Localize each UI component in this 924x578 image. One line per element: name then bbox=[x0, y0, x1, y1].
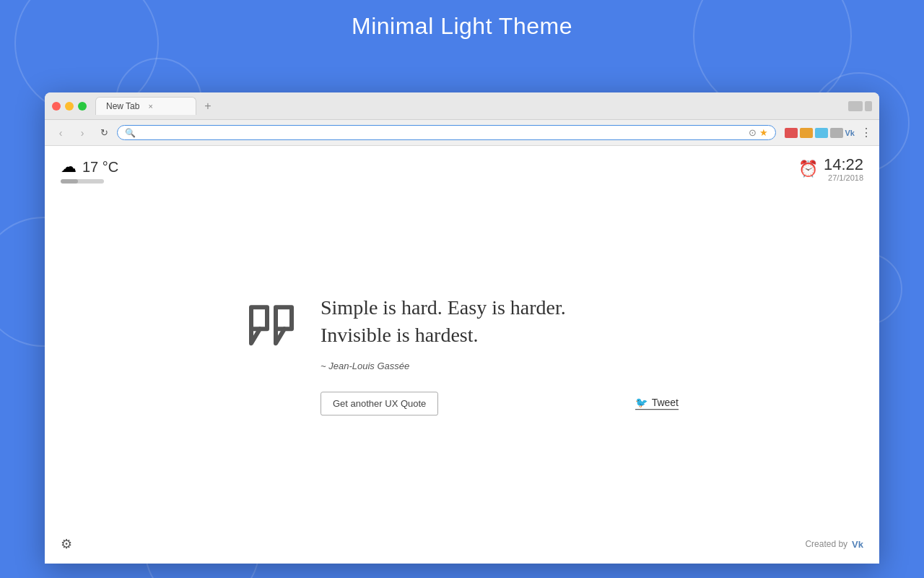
clock-date: 27/1/2018 bbox=[828, 173, 863, 182]
address-input[interactable] bbox=[140, 127, 744, 138]
window-buttons bbox=[52, 102, 87, 111]
tweet-button[interactable]: 🐦 Tweet bbox=[635, 397, 679, 410]
created-by: Created by Vk bbox=[805, 539, 863, 550]
settings-icon[interactable]: ⚙ bbox=[61, 536, 72, 552]
twitter-icon: 🐦 bbox=[635, 397, 648, 408]
quote-author: ~ Jean-Louis Gassée bbox=[321, 361, 679, 371]
refresh-button[interactable]: ↻ bbox=[95, 124, 113, 142]
page-content: ☁ 17 °C ⏰ 14:22 27/1/2018 bbox=[45, 146, 879, 564]
tweet-label: Tweet bbox=[652, 397, 679, 408]
extension-gray[interactable] bbox=[830, 128, 843, 138]
quote-text: Simple is hard. Easy is harder.Invisible… bbox=[321, 294, 679, 349]
address-bar-actions: ⊙ ★ bbox=[749, 127, 768, 138]
weather-temperature: 17 °C bbox=[82, 159, 118, 176]
browser-tab[interactable]: New Tab × bbox=[95, 97, 196, 115]
quote-marks-icon bbox=[245, 300, 303, 353]
weather-bar bbox=[61, 179, 104, 184]
window-control bbox=[848, 101, 863, 111]
extension-orange[interactable] bbox=[800, 128, 813, 138]
close-button[interactable] bbox=[52, 102, 61, 111]
bookmark-icon[interactable]: ★ bbox=[759, 127, 768, 138]
minimize-button[interactable] bbox=[65, 102, 74, 111]
back-button[interactable]: ‹ bbox=[52, 124, 69, 142]
created-by-text: Created by bbox=[805, 539, 847, 549]
page-title: Minimal Light Theme bbox=[0, 0, 924, 51]
tab-close-button[interactable]: × bbox=[148, 102, 152, 111]
quote-section: Simple is hard. Easy is harder.Invisible… bbox=[245, 294, 679, 415]
weather-bar-fill bbox=[61, 179, 78, 184]
forward-button[interactable]: › bbox=[74, 124, 91, 142]
vk-logo: Vk bbox=[852, 539, 863, 550]
clock-widget: ⏰ 14:22 27/1/2018 bbox=[798, 156, 863, 182]
get-quote-button[interactable]: Get another UX Quote bbox=[321, 392, 438, 415]
clock-time: 14:22 bbox=[824, 156, 863, 173]
weather-icon: ☁ bbox=[61, 158, 77, 176]
toolbar-extensions: Vk bbox=[785, 128, 855, 138]
address-bar[interactable]: 🔍 ⊙ ★ bbox=[117, 125, 776, 140]
clock-text: 14:22 27/1/2018 bbox=[824, 156, 863, 182]
reader-icon[interactable]: ⊙ bbox=[749, 127, 757, 138]
extension-red[interactable] bbox=[785, 128, 798, 138]
menu-button[interactable]: ⋮ bbox=[860, 126, 872, 139]
window-control bbox=[865, 101, 872, 111]
quote-content: Simple is hard. Easy is harder.Invisible… bbox=[321, 294, 679, 415]
search-icon: 🔍 bbox=[125, 128, 136, 138]
browser-window: New Tab × + ‹ › ↻ 🔍 ⊙ ★ bbox=[45, 92, 879, 564]
new-tab-button[interactable]: + bbox=[199, 98, 217, 115]
tab-label: New Tab bbox=[106, 101, 139, 111]
weather-widget: ☁ 17 °C bbox=[61, 158, 118, 184]
extension-blue[interactable] bbox=[815, 128, 828, 138]
quote-actions: Get another UX Quote 🐦 Tweet bbox=[321, 392, 679, 415]
page-footer: ⚙ Created by Vk bbox=[61, 536, 863, 552]
title-bar: New Tab × + bbox=[45, 92, 879, 120]
clock-icon: ⏰ bbox=[798, 160, 818, 178]
maximize-button[interactable] bbox=[78, 102, 87, 111]
browser-toolbar: ‹ › ↻ 🔍 ⊙ ★ Vk ⋮ bbox=[45, 120, 879, 146]
extension-vk[interactable]: Vk bbox=[845, 129, 855, 137]
